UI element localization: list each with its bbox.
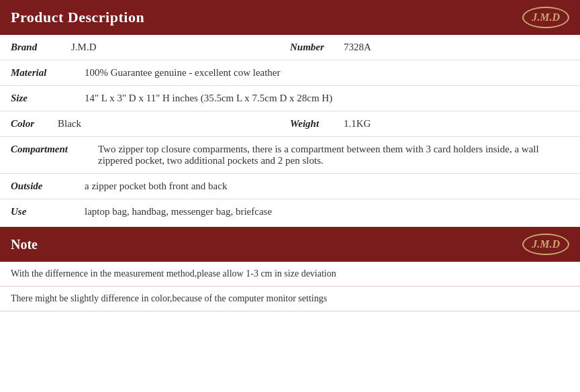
compartment-label: Compartment bbox=[11, 144, 98, 155]
note-row-2: There might be slightly difference in co… bbox=[0, 287, 580, 311]
use-label: Use bbox=[11, 206, 85, 217]
color-value: Black bbox=[58, 118, 290, 130]
color-label: Color bbox=[11, 118, 58, 130]
note-text-2: There might be slightly difference in co… bbox=[11, 293, 327, 303]
use-value: laptop bag, handbag, messenger bag, brie… bbox=[85, 206, 569, 217]
size-value: 14" L x 3" D x 11" H inches (35.5cm L x … bbox=[85, 93, 569, 104]
header-logo: J.M.D bbox=[522, 7, 569, 28]
material-value: 100% Guarantee genuine - excellent cow l… bbox=[85, 67, 569, 79]
note-text-1: With the differnence in the measurement … bbox=[11, 268, 336, 279]
brand-value: J.M.D bbox=[71, 42, 290, 53]
brand-label: Brand bbox=[11, 42, 71, 53]
brand-number-row: Brand J.M.D Number 7328A bbox=[0, 35, 580, 60]
weight-value: 1.1KG bbox=[344, 118, 569, 130]
compartment-value: Two zipper top closure comparments, ther… bbox=[98, 144, 569, 166]
material-row: Material 100% Guarantee genuine - excell… bbox=[0, 60, 580, 86]
weight-label: Weight bbox=[290, 118, 344, 130]
material-label: Material bbox=[11, 67, 85, 79]
product-description-header: Product Description J.M.D bbox=[0, 0, 580, 35]
number-label: Number bbox=[290, 42, 344, 53]
note-header: Note J.M.D bbox=[0, 227, 580, 262]
color-weight-row: Color Black Weight 1.1KG bbox=[0, 111, 580, 137]
number-value: 7328A bbox=[344, 42, 569, 53]
note-logo: J.M.D bbox=[522, 234, 569, 255]
note-title: Note bbox=[11, 237, 38, 252]
compartment-row: Compartment Two zipper top closure compa… bbox=[0, 137, 580, 174]
note-row-1: With the differnence in the measurement … bbox=[0, 262, 580, 287]
outside-row: Outside a zipper pocket both front and b… bbox=[0, 174, 580, 199]
header-title: Product Description bbox=[11, 9, 144, 26]
size-row: Size 14" L x 3" D x 11" H inches (35.5cm… bbox=[0, 86, 580, 111]
outside-label: Outside bbox=[11, 181, 85, 192]
size-label: Size bbox=[11, 93, 85, 104]
outside-value: a zipper pocket both front and back bbox=[85, 181, 569, 192]
use-row: Use laptop bag, handbag, messenger bag, … bbox=[0, 199, 580, 224]
